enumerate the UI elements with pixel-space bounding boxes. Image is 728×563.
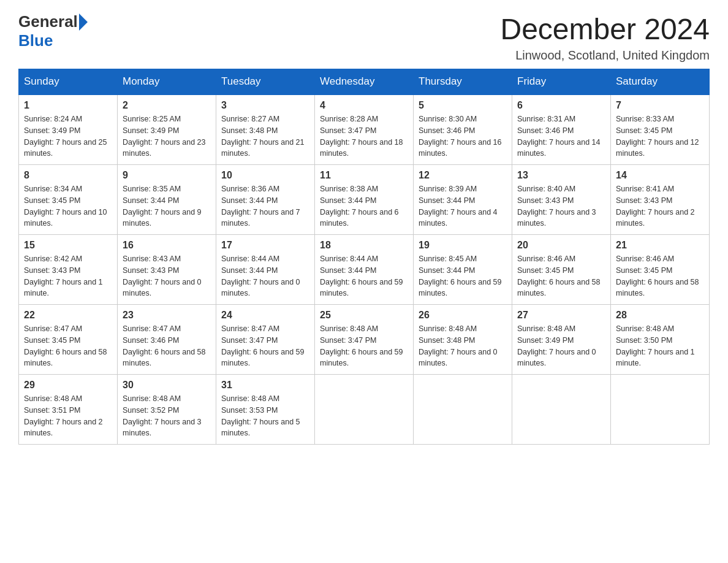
calendar-cell: 11 Sunrise: 8:38 AMSunset: 3:44 PMDaylig… <box>315 165 414 235</box>
location-subtitle: Linwood, Scotland, United Kingdom <box>500 48 710 63</box>
calendar-header-sunday: Sunday <box>19 69 118 95</box>
day-info: Sunrise: 8:44 AMSunset: 3:44 PMDaylight:… <box>320 253 408 299</box>
calendar-cell: 30 Sunrise: 8:48 AMSunset: 3:52 PMDaylig… <box>118 375 216 445</box>
day-number: 23 <box>123 310 211 321</box>
day-number: 27 <box>517 310 605 321</box>
calendar-cell: 20 Sunrise: 8:46 AMSunset: 3:45 PMDaylig… <box>512 235 611 305</box>
calendar-cell: 22 Sunrise: 8:47 AMSunset: 3:45 PMDaylig… <box>19 305 118 375</box>
calendar-header-monday: Monday <box>118 69 216 95</box>
day-info: Sunrise: 8:47 AMSunset: 3:46 PMDaylight:… <box>123 323 211 369</box>
calendar-week-row: 15 Sunrise: 8:42 AMSunset: 3:43 PMDaylig… <box>19 235 710 305</box>
day-info: Sunrise: 8:48 AMSunset: 3:50 PMDaylight:… <box>616 323 704 369</box>
day-number: 9 <box>123 170 211 181</box>
day-number: 10 <box>221 170 309 181</box>
day-number: 19 <box>419 240 507 251</box>
day-info: Sunrise: 8:47 AMSunset: 3:45 PMDaylight:… <box>24 323 112 369</box>
calendar-cell: 8 Sunrise: 8:34 AMSunset: 3:45 PMDayligh… <box>19 165 118 235</box>
calendar-cell: 6 Sunrise: 8:31 AMSunset: 3:46 PMDayligh… <box>512 94 611 165</box>
calendar-cell <box>611 375 710 445</box>
calendar-cell: 16 Sunrise: 8:43 AMSunset: 3:43 PMDaylig… <box>118 235 216 305</box>
day-info: Sunrise: 8:24 AMSunset: 3:49 PMDaylight:… <box>24 113 112 159</box>
logo-blue-text: Blue <box>18 31 53 50</box>
day-number: 20 <box>517 240 605 251</box>
day-number: 5 <box>419 100 507 111</box>
calendar-week-row: 1 Sunrise: 8:24 AMSunset: 3:49 PMDayligh… <box>19 94 710 165</box>
calendar-cell: 10 Sunrise: 8:36 AMSunset: 3:44 PMDaylig… <box>216 165 315 235</box>
day-info: Sunrise: 8:48 AMSunset: 3:53 PMDaylight:… <box>221 393 309 439</box>
logo-general-text: General <box>18 12 78 31</box>
day-info: Sunrise: 8:44 AMSunset: 3:44 PMDaylight:… <box>221 253 309 299</box>
day-info: Sunrise: 8:36 AMSunset: 3:44 PMDaylight:… <box>221 183 309 229</box>
calendar-header-wednesday: Wednesday <box>315 69 414 95</box>
calendar-cell <box>512 375 611 445</box>
day-info: Sunrise: 8:33 AMSunset: 3:45 PMDaylight:… <box>616 113 704 159</box>
day-number: 31 <box>221 380 309 391</box>
calendar-cell: 18 Sunrise: 8:44 AMSunset: 3:44 PMDaylig… <box>315 235 414 305</box>
day-number: 29 <box>24 380 112 391</box>
day-info: Sunrise: 8:35 AMSunset: 3:44 PMDaylight:… <box>123 183 211 229</box>
day-number: 2 <box>123 100 211 111</box>
day-info: Sunrise: 8:48 AMSunset: 3:47 PMDaylight:… <box>320 323 408 369</box>
day-number: 26 <box>419 310 507 321</box>
logo: General Blue <box>18 12 89 50</box>
day-info: Sunrise: 8:30 AMSunset: 3:46 PMDaylight:… <box>419 113 507 159</box>
calendar-header-tuesday: Tuesday <box>216 69 315 95</box>
day-number: 18 <box>320 240 408 251</box>
day-number: 8 <box>24 170 112 181</box>
day-info: Sunrise: 8:41 AMSunset: 3:43 PMDaylight:… <box>616 183 704 229</box>
title-block: December 2024 Linwood, Scotland, United … <box>500 12 710 63</box>
day-number: 21 <box>616 240 704 251</box>
day-number: 12 <box>419 170 507 181</box>
day-info: Sunrise: 8:25 AMSunset: 3:49 PMDaylight:… <box>123 113 211 159</box>
calendar-cell: 13 Sunrise: 8:40 AMSunset: 3:43 PMDaylig… <box>512 165 611 235</box>
logo-arrow-icon <box>79 13 88 31</box>
day-number: 25 <box>320 310 408 321</box>
calendar-header-friday: Friday <box>512 69 611 95</box>
calendar-cell: 3 Sunrise: 8:27 AMSunset: 3:48 PMDayligh… <box>216 94 315 165</box>
calendar-cell: 5 Sunrise: 8:30 AMSunset: 3:46 PMDayligh… <box>414 94 512 165</box>
calendar-cell: 19 Sunrise: 8:45 AMSunset: 3:44 PMDaylig… <box>414 235 512 305</box>
day-info: Sunrise: 8:46 AMSunset: 3:45 PMDaylight:… <box>517 253 605 299</box>
calendar-week-row: 8 Sunrise: 8:34 AMSunset: 3:45 PMDayligh… <box>19 165 710 235</box>
day-number: 13 <box>517 170 605 181</box>
day-info: Sunrise: 8:47 AMSunset: 3:47 PMDaylight:… <box>221 323 309 369</box>
calendar-cell: 31 Sunrise: 8:48 AMSunset: 3:53 PMDaylig… <box>216 375 315 445</box>
day-number: 6 <box>517 100 605 111</box>
month-title: December 2024 <box>500 12 710 46</box>
day-number: 24 <box>221 310 309 321</box>
calendar-cell: 24 Sunrise: 8:47 AMSunset: 3:47 PMDaylig… <box>216 305 315 375</box>
calendar-table: SundayMondayTuesdayWednesdayThursdayFrid… <box>18 69 710 445</box>
day-info: Sunrise: 8:48 AMSunset: 3:52 PMDaylight:… <box>123 393 211 439</box>
day-number: 28 <box>616 310 704 321</box>
day-info: Sunrise: 8:48 AMSunset: 3:51 PMDaylight:… <box>24 393 112 439</box>
calendar-cell: 7 Sunrise: 8:33 AMSunset: 3:45 PMDayligh… <box>611 94 710 165</box>
calendar-cell: 25 Sunrise: 8:48 AMSunset: 3:47 PMDaylig… <box>315 305 414 375</box>
day-info: Sunrise: 8:46 AMSunset: 3:45 PMDaylight:… <box>616 253 704 299</box>
calendar-cell: 17 Sunrise: 8:44 AMSunset: 3:44 PMDaylig… <box>216 235 315 305</box>
day-number: 16 <box>123 240 211 251</box>
calendar-cell: 28 Sunrise: 8:48 AMSunset: 3:50 PMDaylig… <box>611 305 710 375</box>
day-number: 11 <box>320 170 408 181</box>
calendar-week-row: 29 Sunrise: 8:48 AMSunset: 3:51 PMDaylig… <box>19 375 710 445</box>
calendar-cell: 23 Sunrise: 8:47 AMSunset: 3:46 PMDaylig… <box>118 305 216 375</box>
day-info: Sunrise: 8:34 AMSunset: 3:45 PMDaylight:… <box>24 183 112 229</box>
calendar-cell: 15 Sunrise: 8:42 AMSunset: 3:43 PMDaylig… <box>19 235 118 305</box>
day-info: Sunrise: 8:42 AMSunset: 3:43 PMDaylight:… <box>24 253 112 299</box>
calendar-cell <box>315 375 414 445</box>
day-info: Sunrise: 8:48 AMSunset: 3:48 PMDaylight:… <box>419 323 507 369</box>
day-number: 4 <box>320 100 408 111</box>
calendar-cell: 14 Sunrise: 8:41 AMSunset: 3:43 PMDaylig… <box>611 165 710 235</box>
day-info: Sunrise: 8:48 AMSunset: 3:49 PMDaylight:… <box>517 323 605 369</box>
calendar-cell: 12 Sunrise: 8:39 AMSunset: 3:44 PMDaylig… <box>414 165 512 235</box>
calendar-cell: 27 Sunrise: 8:48 AMSunset: 3:49 PMDaylig… <box>512 305 611 375</box>
page-header: General Blue December 2024 Linwood, Scot… <box>18 12 710 63</box>
day-info: Sunrise: 8:38 AMSunset: 3:44 PMDaylight:… <box>320 183 408 229</box>
day-number: 15 <box>24 240 112 251</box>
day-info: Sunrise: 8:39 AMSunset: 3:44 PMDaylight:… <box>419 183 507 229</box>
day-number: 7 <box>616 100 704 111</box>
day-number: 30 <box>123 380 211 391</box>
day-number: 1 <box>24 100 112 111</box>
calendar-cell <box>414 375 512 445</box>
day-info: Sunrise: 8:40 AMSunset: 3:43 PMDaylight:… <box>517 183 605 229</box>
day-info: Sunrise: 8:31 AMSunset: 3:46 PMDaylight:… <box>517 113 605 159</box>
